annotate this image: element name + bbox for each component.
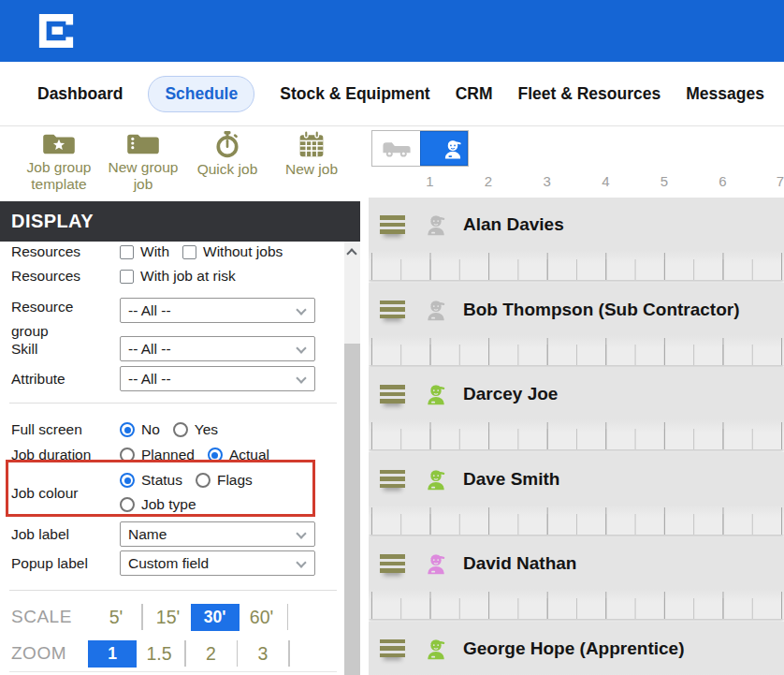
full-screen-no-option[interactable]: No bbox=[120, 421, 160, 438]
resources-risk-filter-label: Resources bbox=[11, 268, 120, 285]
resource-group-value: -- All -- bbox=[128, 302, 171, 319]
worker-icon bbox=[422, 635, 450, 663]
resource-row[interactable]: David Nathan bbox=[369, 536, 784, 619]
scale-option-30-selected[interactable]: 30' bbox=[191, 604, 240, 631]
resource-row[interactable]: Alan Davies bbox=[369, 198, 784, 280]
scroll-up-arrow-icon[interactable] bbox=[346, 248, 356, 258]
divider bbox=[9, 590, 337, 591]
worker-icon bbox=[440, 136, 466, 162]
display-panel-title: DISPLAY bbox=[11, 210, 94, 232]
job-label-value: Name bbox=[128, 526, 167, 543]
nav-stock-equipment[interactable]: Stock & Equipment bbox=[280, 84, 429, 104]
truck-icon bbox=[379, 138, 414, 160]
scale-option-5[interactable]: 5' bbox=[94, 607, 138, 628]
quick-job-button[interactable]: Quick job bbox=[185, 130, 269, 193]
zoom-option-2[interactable]: 2 bbox=[189, 643, 234, 665]
schedule-app: Dashboard Schedule Stock & Equipment CRM… bbox=[0, 0, 784, 675]
resource-row[interactable]: Dave Smith bbox=[369, 452, 784, 535]
people-toggle-button[interactable] bbox=[420, 131, 468, 166]
resource-row[interactable]: George Hope (Apprentice) bbox=[369, 622, 784, 675]
skill-select[interactable]: -- All -- bbox=[120, 336, 315, 361]
full-screen-yes-radio[interactable] bbox=[173, 422, 188, 437]
row-drag-handle-icon[interactable] bbox=[380, 301, 405, 319]
row-drag-handle-icon[interactable] bbox=[380, 639, 405, 658]
timeline-tick-label: 3 bbox=[544, 173, 551, 189]
nav-crm[interactable]: CRM bbox=[456, 84, 493, 104]
vehicles-toggle-button[interactable] bbox=[372, 131, 420, 166]
without-jobs-checkbox[interactable] bbox=[182, 245, 196, 259]
nav-fleet-resources[interactable]: Fleet & Resources bbox=[518, 84, 661, 104]
chevron-down-icon bbox=[296, 343, 306, 353]
job-at-risk-option[interactable]: With job at risk bbox=[120, 268, 236, 285]
resources-filter-label: Resources bbox=[11, 243, 120, 260]
resource-row[interactable]: Bob Thompson (Sub Contractor) bbox=[369, 283, 784, 365]
row-drag-handle-icon[interactable] bbox=[380, 554, 405, 573]
zoom-option-1-selected[interactable]: 1 bbox=[88, 640, 137, 668]
job-toolbar: Job group template New group job Quick j… bbox=[17, 130, 357, 193]
attribute-select[interactable]: -- All -- bbox=[120, 366, 315, 391]
zoom-option-3[interactable]: 3 bbox=[240, 643, 285, 665]
nav-dashboard[interactable]: Dashboard bbox=[37, 84, 123, 104]
resource-row[interactable]: Darcey Joe bbox=[369, 367, 784, 449]
full-screen-yes-label: Yes bbox=[195, 421, 218, 438]
folder-list-icon bbox=[125, 130, 161, 156]
full-screen-no-radio[interactable] bbox=[120, 422, 135, 437]
toolbar-button-label: Job group template bbox=[17, 159, 101, 193]
chevron-down-icon bbox=[296, 373, 306, 383]
timeline-tick-label: 4 bbox=[602, 173, 609, 189]
chevron-down-icon bbox=[296, 304, 306, 315]
without-jobs-option[interactable]: Without jobs bbox=[182, 243, 283, 260]
calendar-icon bbox=[298, 130, 326, 158]
nav-messages[interactable]: Messages bbox=[686, 84, 764, 104]
scrollbar-thumb[interactable] bbox=[344, 344, 360, 675]
with-jobs-checkbox[interactable] bbox=[120, 245, 134, 259]
divider bbox=[9, 403, 337, 404]
timeline-tick-label: 6 bbox=[719, 173, 726, 189]
full-screen-yes-option[interactable]: Yes bbox=[173, 421, 218, 438]
nav-schedule[interactable]: Schedule bbox=[148, 76, 254, 112]
divider bbox=[288, 640, 290, 667]
divider bbox=[287, 604, 289, 630]
panel-scrollbar[interactable] bbox=[344, 242, 360, 675]
popup-label-value: Custom field bbox=[128, 555, 209, 572]
row-drag-handle-icon[interactable] bbox=[380, 385, 405, 404]
app-header bbox=[0, 0, 784, 62]
new-group-job-button[interactable]: New group job bbox=[101, 130, 185, 193]
zoom-control: ZOOM 1 1.5 2 3 bbox=[11, 639, 293, 668]
timeline-header: 1 2 3 4 5 6 7 bbox=[369, 173, 784, 198]
folder-star-icon bbox=[41, 130, 77, 156]
row-drag-handle-icon[interactable] bbox=[380, 470, 405, 489]
timeline-tick-label: 1 bbox=[426, 173, 433, 189]
job-label-select[interactable]: Name bbox=[120, 521, 315, 547]
with-jobs-option[interactable]: With bbox=[120, 243, 169, 260]
schedule-grid: Alan Davies Bob Thompson (Sub Contractor… bbox=[369, 198, 784, 675]
scale-option-15[interactable]: 15' bbox=[146, 607, 191, 628]
zoom-label: ZOOM bbox=[11, 643, 94, 664]
job-at-risk-checkbox[interactable] bbox=[120, 270, 134, 284]
resource-group-label: Resource group bbox=[11, 295, 105, 343]
resource-name: Darcey Joe bbox=[463, 384, 558, 404]
zoom-option-1-5[interactable]: 1.5 bbox=[137, 643, 181, 665]
attribute-value: -- All -- bbox=[128, 371, 171, 388]
worker-icon bbox=[422, 380, 450, 408]
full-screen-no-label: No bbox=[141, 421, 160, 438]
job-group-template-button[interactable]: Job group template bbox=[17, 130, 101, 193]
resource-name: Bob Thompson (Sub Contractor) bbox=[463, 300, 740, 320]
divider bbox=[9, 671, 337, 672]
popup-label-label: Popup label bbox=[11, 555, 88, 572]
resource-name: George Hope (Apprentice) bbox=[463, 638, 684, 659]
attribute-label: Attribute bbox=[11, 371, 65, 388]
chevron-down-icon bbox=[296, 557, 306, 567]
scale-option-60[interactable]: 60' bbox=[240, 607, 284, 628]
skill-label: Skill bbox=[11, 341, 37, 358]
new-job-button[interactable]: New job bbox=[269, 130, 354, 193]
toolbar-button-label: Quick job bbox=[197, 161, 258, 178]
toolbar-button-label: New job bbox=[285, 161, 338, 178]
popup-label-select[interactable]: Custom field bbox=[120, 550, 315, 576]
full-screen-label: Full screen bbox=[11, 421, 120, 438]
row-drag-handle-icon[interactable] bbox=[380, 215, 405, 234]
resource-group-select[interactable]: -- All -- bbox=[120, 298, 315, 323]
divider bbox=[184, 640, 186, 667]
display-panel-header: DISPLAY bbox=[0, 201, 360, 242]
skill-value: -- All -- bbox=[128, 341, 171, 358]
